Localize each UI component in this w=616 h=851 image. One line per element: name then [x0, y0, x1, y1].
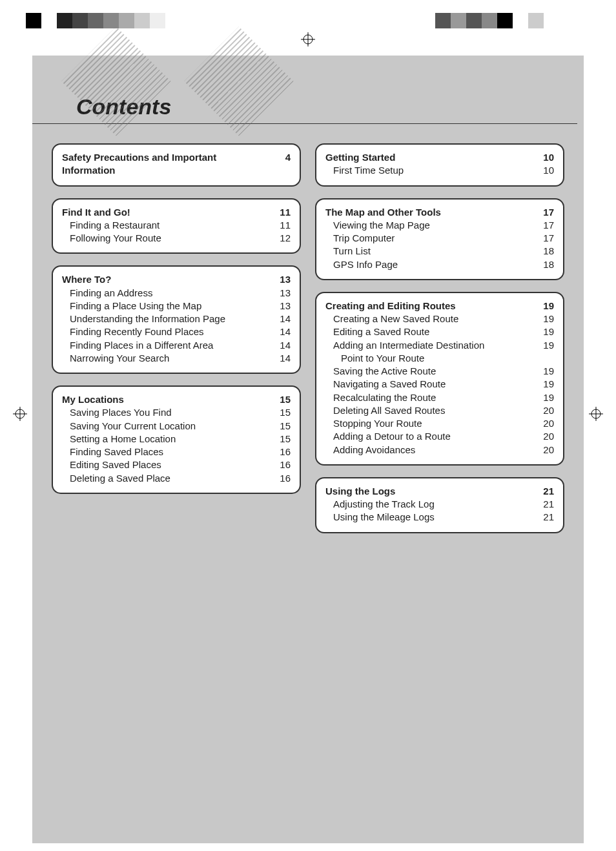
- color-swatch: [150, 13, 165, 28]
- toc-entry-text: Saving Places You Find: [62, 406, 172, 419]
- toc-entry-text: Finding Recently Found Places: [62, 325, 204, 338]
- toc-entry-page: 19: [535, 339, 554, 352]
- toc-entry-text: Finding Places in a Different Area: [62, 339, 213, 352]
- toc-entry-page: 12: [271, 232, 291, 245]
- toc-entry-page: 14: [271, 313, 291, 325]
- toc-entry-text: Understanding the Information Page: [62, 313, 225, 325]
- toc-entry-page: 16: [271, 472, 291, 485]
- toc-entry-text: Narrowing Your Search: [62, 352, 169, 365]
- toc-column-right: Getting Started10First Time Setup10The M…: [315, 143, 564, 533]
- toc-entry: Understanding the Information Page14: [62, 313, 291, 325]
- color-swatch: [497, 13, 513, 28]
- toc-entry: Stopping Your Route20: [325, 417, 554, 430]
- color-swatch: [466, 13, 482, 28]
- color-swatch: [26, 13, 41, 28]
- toc-heading-page: 17: [535, 206, 554, 219]
- toc-entry: Editing Saved Places16: [62, 458, 291, 471]
- toc-section: Using the Logs21Adjusting the Track Log2…: [315, 477, 564, 533]
- toc-entry: Using the Mileage Logs21: [325, 511, 554, 524]
- toc-entry: Adding a Detour to a Route20: [325, 430, 554, 443]
- color-swatch: [103, 13, 119, 28]
- toc-entry: GPS Info Page18: [325, 258, 554, 271]
- color-swatch: [482, 13, 497, 28]
- toc-entry: Finding a Restaurant11: [62, 219, 291, 232]
- toc-entry-page: 16: [271, 446, 291, 458]
- toc-entry-page: 20: [535, 444, 554, 456]
- color-swatch: [544, 13, 559, 28]
- toc-entry: Saving Your Current Location15: [62, 420, 291, 433]
- toc-entry-text: Adding an Intermediate Destination: [325, 339, 484, 352]
- toc-entry: First Time Setup10: [325, 164, 554, 177]
- registration-mark-top: [0, 32, 616, 49]
- toc-entry: Saving the Active Route19: [325, 365, 554, 378]
- toc-entry-page: 17: [535, 219, 554, 232]
- toc-entry-page: 19: [535, 365, 554, 378]
- toc-entry-text: Finding Saved Places: [62, 446, 163, 458]
- toc-entry-text: Finding a Place Using the Map: [62, 300, 201, 313]
- toc-entry-page: 14: [271, 325, 291, 338]
- toc-heading-text: Where To?: [62, 273, 111, 286]
- toc-heading-page: 15: [271, 393, 291, 406]
- toc-heading: Using the Logs21: [325, 485, 554, 498]
- toc-section: Creating and Editing Routes19Creating a …: [315, 292, 564, 466]
- toc-entry-page: 21: [535, 511, 554, 524]
- color-swatch: [528, 13, 544, 28]
- toc-entry: Adding Avoidances20: [325, 444, 554, 456]
- toc-entry: Turn List18: [325, 245, 554, 258]
- color-swatch: [404, 13, 420, 28]
- color-swatch: [165, 13, 181, 28]
- toc-heading-text: Using the Logs: [325, 485, 395, 498]
- toc-entry-text: Finding an Address: [62, 287, 152, 300]
- toc-entry-text: Adding a Detour to a Route: [325, 430, 451, 443]
- toc-entry: Saving Places You Find15: [62, 406, 291, 419]
- toc-heading-text: The Map and Other Tools: [325, 206, 441, 219]
- toc-entry: Viewing the Map Page17: [325, 219, 554, 232]
- color-swatch: [119, 13, 134, 28]
- toc-entry-page: 14: [271, 339, 291, 352]
- color-swatch: [41, 13, 57, 28]
- toc-entry-page: 14: [271, 352, 291, 365]
- toc-entry-text: Saving Your Current Location: [62, 420, 196, 433]
- color-swatch: [451, 13, 466, 28]
- toc-heading: Where To?13: [62, 273, 291, 286]
- toc-entry: Narrowing Your Search14: [62, 352, 291, 365]
- color-swatch: [196, 13, 212, 28]
- toc-entry-page: 16: [271, 458, 291, 471]
- toc-section: The Map and Other Tools17Viewing the Map…: [315, 198, 564, 280]
- color-swatch: [72, 13, 88, 28]
- toc-entry: Deleting All Saved Routes20: [325, 404, 554, 417]
- toc-entry-page: 18: [535, 245, 554, 258]
- toc-section: Find It and Go!11Finding a Restaurant11F…: [52, 198, 301, 254]
- toc-heading-page: 21: [535, 485, 554, 498]
- color-swatch: [435, 13, 451, 28]
- toc-heading-text: My Locations: [62, 393, 124, 406]
- toc-entry-page: 17: [535, 232, 554, 245]
- toc-entry-text: Adjusting the Track Log: [325, 498, 435, 511]
- color-swatch: [559, 13, 575, 28]
- toc-entry-page: 19: [535, 313, 554, 325]
- toc-entry-text: Turn List: [325, 245, 371, 258]
- toc-entry: Finding Saved Places16: [62, 446, 291, 458]
- toc-entry: Editing a Saved Route19: [325, 325, 554, 338]
- toc-entry-text: First Time Setup: [325, 164, 404, 177]
- toc-entry: Following Your Route12: [62, 232, 291, 245]
- toc-heading-text: Getting Started: [325, 151, 395, 164]
- toc-entry-page: 13: [271, 287, 291, 300]
- printer-color-bars: [0, 13, 616, 28]
- toc-entry: Navigating a Saved Route19: [325, 378, 554, 391]
- toc-entry: Trip Computer17: [325, 232, 554, 245]
- toc-entry: Finding Recently Found Places14: [62, 325, 291, 338]
- toc-entry-text: Editing a Saved Route: [325, 325, 429, 338]
- toc-entry: Deleting a Saved Place16: [62, 472, 291, 485]
- toc-entry-text: Setting a Home Location: [62, 433, 176, 446]
- toc-entry-page: 20: [535, 430, 554, 443]
- toc-heading-page: 10: [535, 151, 554, 164]
- toc-heading: Safety Precautions and Important Informa…: [62, 151, 291, 178]
- toc-entry-text: Following Your Route: [62, 232, 161, 245]
- toc-section: Where To?13Finding an Address13Finding a…: [52, 265, 301, 374]
- toc-entry: Adjusting the Track Log21: [325, 498, 554, 511]
- toc-entry-text: GPS Info Page: [325, 258, 398, 271]
- toc-entry-text: Navigating a Saved Route: [325, 378, 446, 391]
- toc-heading-text: Safety Precautions and Important Informa…: [62, 151, 271, 178]
- toc-entry-page: 20: [535, 417, 554, 430]
